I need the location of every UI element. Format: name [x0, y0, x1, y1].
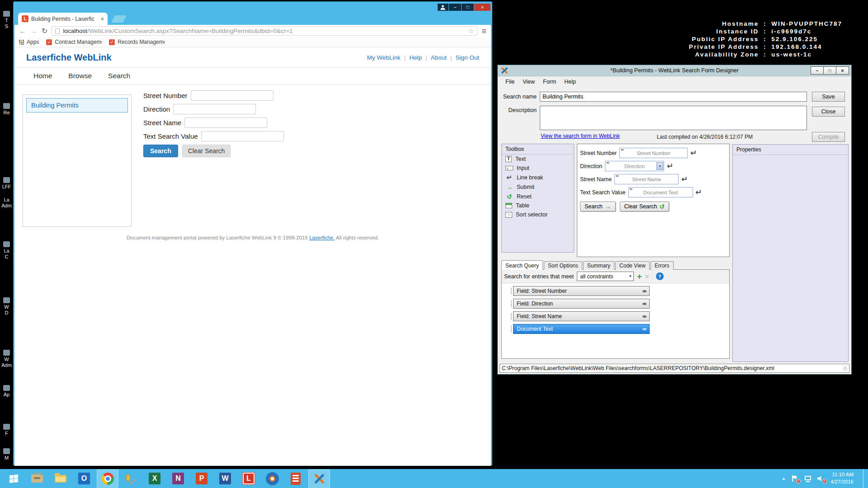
toolbox-item-text[interactable]: TText: [502, 155, 574, 164]
taskbar-outlook[interactable]: O: [73, 469, 95, 488]
taskbar-laserfiche[interactable]: L: [238, 469, 259, 488]
menu-view[interactable]: View: [519, 77, 539, 86]
view-search-form-link[interactable]: View the search form in WebLink: [541, 133, 620, 139]
taskbar-word[interactable]: W: [214, 469, 236, 488]
add-constraint-icon[interactable]: +: [637, 272, 642, 281]
desktop-shortcut[interactable]: F: [0, 424, 13, 436]
close-form-button[interactable]: Close: [812, 107, 845, 117]
desktop-shortcut[interactable]: LaAdm: [0, 197, 13, 209]
action-center-flag-icon[interactable]: ×: [791, 475, 799, 482]
network-icon[interactable]: [804, 475, 812, 482]
toolbox-item-input[interactable]: xInput: [502, 164, 574, 173]
constraint-row-street-number[interactable]: Field: Street Number∞: [513, 286, 650, 296]
bookmark-contract-management[interactable]: ✓ Contract Management: [46, 39, 102, 45]
link-about[interactable]: About: [431, 54, 447, 61]
save-button[interactable]: Save: [812, 92, 845, 102]
apps-bookmark[interactable]: Apps: [19, 39, 39, 45]
toolbox-item-line-break[interactable]: ↵Line break: [502, 173, 574, 182]
constraint-combobox[interactable]: all constraints▼: [577, 272, 634, 281]
tab-close-icon[interactable]: ×: [101, 16, 104, 22]
document-text-preview-input[interactable]: ∞Document Text: [628, 187, 693, 197]
street-number-preview-input[interactable]: ∞Street Number: [619, 148, 688, 158]
street-number-input[interactable]: [191, 90, 274, 101]
bookmark-records-management[interactable]: ✓ Records Management: [109, 39, 165, 45]
designer-titlebar[interactable]: *Building Permits - WebLink Search Form …: [498, 65, 851, 76]
desktop-shortcut[interactable]: Re: [0, 103, 13, 116]
taskbar-form-designer[interactable]: [308, 469, 330, 488]
clear-search-button[interactable]: Clear Search: [182, 145, 231, 157]
taskbar-clock[interactable]: 11:10 AM 4/27/2016: [830, 471, 854, 485]
dropdown-arrow-icon[interactable]: ▼: [656, 162, 663, 170]
start-button[interactable]: [3, 469, 24, 488]
browser-titlebar[interactable]: – □ ×: [14, 2, 491, 12]
street-name-preview-input[interactable]: ∞Street Name: [614, 174, 679, 184]
direction-input[interactable]: [173, 104, 256, 114]
resize-grip[interactable]: [843, 366, 847, 371]
toolbox-item-sort-selector[interactable]: ↑↓Sort selector: [502, 210, 574, 219]
taskbar-admin-tools[interactable]: [120, 469, 142, 488]
address-bar[interactable]: localhost/WebLink/CustomSearch.aspx?Sear…: [52, 26, 477, 36]
taskbar-settings[interactable]: [261, 469, 283, 488]
taskbar-powerpoint[interactable]: P: [191, 469, 212, 488]
nav-search[interactable]: Search: [108, 72, 130, 80]
profile-icon[interactable]: [438, 4, 448, 11]
forward-icon[interactable]: →: [30, 28, 38, 35]
desktop-shortcut[interactable]: Ap: [0, 385, 13, 398]
laserfiche-link[interactable]: Laserfiche.: [309, 235, 335, 240]
url-text[interactable]: localhost/WebLink/CustomSearch.aspx?Sear…: [63, 28, 465, 34]
minimize-button[interactable]: –: [811, 66, 824, 75]
link-my-weblink[interactable]: My WebLink: [367, 54, 401, 61]
reload-icon[interactable]: ↻: [42, 28, 47, 35]
text-search-value-input[interactable]: [201, 131, 284, 141]
constraint-row-document-text[interactable]: Document Text∞: [513, 324, 650, 334]
toolbox-item-table[interactable]: Table: [502, 201, 574, 210]
direction-preview-input[interactable]: ∞Direction▼: [605, 161, 664, 171]
tab-search-query[interactable]: Search Query: [501, 260, 543, 270]
desktop-shortcut[interactable]: LFF: [0, 177, 13, 190]
close-button[interactable]: ×: [836, 66, 849, 75]
desktop-shortcut[interactable]: M: [0, 448, 13, 461]
desktop-shortcut[interactable]: TS: [0, 11, 13, 29]
search-name-input[interactable]: [540, 92, 807, 102]
maximize-button[interactable]: □: [462, 4, 474, 11]
show-desktop-button[interactable]: [863, 469, 867, 488]
link-sign-out[interactable]: Sign Out: [455, 54, 479, 61]
nav-home[interactable]: Home: [33, 72, 52, 80]
maximize-button[interactable]: □: [823, 66, 836, 75]
tab-code-view[interactable]: Code View: [615, 261, 650, 270]
desktop-shortcut[interactable]: WAdm: [0, 350, 13, 368]
taskbar-forms[interactable]: [285, 469, 307, 488]
taskbar-onenote[interactable]: N: [167, 469, 189, 488]
help-icon[interactable]: ?: [656, 272, 664, 280]
chrome-menu-icon[interactable]: ≡: [481, 27, 486, 35]
canvas-clear-search-button[interactable]: Clear Search↺: [620, 202, 670, 211]
constraint-row-direction[interactable]: Field: Direction∞: [513, 299, 650, 309]
desktop-shortcut[interactable]: LaC: [0, 241, 13, 260]
tab-summary[interactable]: Summary: [583, 261, 614, 270]
link-help[interactable]: Help: [409, 54, 422, 61]
remove-constraint-icon[interactable]: ×: [645, 273, 649, 280]
menu-help[interactable]: Help: [560, 77, 580, 86]
taskbar-chrome[interactable]: [97, 469, 118, 488]
taskbar-file-explorer[interactable]: [50, 469, 71, 488]
search-button[interactable]: Search: [143, 145, 178, 157]
tab-errors[interactable]: Errors: [651, 261, 674, 270]
minimize-button[interactable]: –: [449, 4, 461, 11]
nav-browse[interactable]: Browse: [68, 72, 92, 80]
canvas-search-button[interactable]: Search→: [580, 202, 616, 211]
desktop-shortcut[interactable]: WD: [0, 297, 13, 316]
toolbox-item-reset[interactable]: ↺Reset: [502, 192, 574, 201]
close-button[interactable]: ×: [474, 4, 491, 11]
browser-tab[interactable]: L Building Permits - Laserfic ×: [18, 13, 108, 25]
street-name-input[interactable]: [184, 117, 267, 128]
menu-form[interactable]: Form: [539, 77, 560, 86]
tray-expand-icon[interactable]: ▲: [782, 476, 786, 481]
back-icon[interactable]: ←: [19, 28, 26, 35]
sidebar-item-building-permits[interactable]: Building Permits: [26, 98, 128, 113]
taskbar-server-manager[interactable]: [26, 469, 48, 488]
menu-file[interactable]: File: [501, 77, 519, 86]
description-textarea[interactable]: [540, 106, 807, 130]
volume-icon[interactable]: ×: [817, 475, 825, 482]
new-tab-button[interactable]: [111, 15, 126, 23]
tab-sort-options[interactable]: Sort Options: [544, 261, 582, 270]
